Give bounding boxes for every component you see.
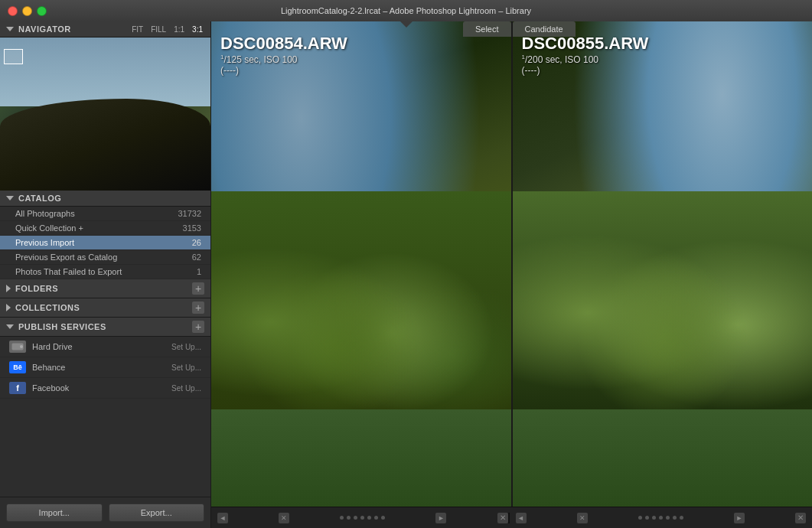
select-photo-panel[interactable]: Select DSC00854.ARW 1/125 sec, ISO 100 (…	[211, 21, 511, 507]
service-item-facebook[interactable]: f Facebook Set Up...	[0, 378, 210, 399]
zoom-fill[interactable]: FILL	[149, 25, 168, 34]
filmstrip-left: ◄ ✕ ► ✕	[217, 513, 508, 523]
bottom-buttons: Import... Export...	[0, 497, 210, 528]
harddrive-setup[interactable]: Set Up...	[171, 343, 201, 351]
candidate-photo-info: DSC00855.ARW 1/200 sec, ISO 100 (----)	[522, 28, 804, 76]
catalog-item-failed-export[interactable]: Photos That Failed to Export 1	[0, 265, 210, 279]
import-button[interactable]: Import...	[6, 504, 103, 522]
nav-sky	[0, 37, 210, 106]
navigator-title: Navigator	[18, 24, 71, 34]
filmstrip-nav-x-left[interactable]: ✕	[279, 513, 289, 523]
folders-header[interactable]: Folders +	[0, 279, 210, 298]
maximize-button[interactable]	[37, 6, 47, 16]
catalog-item-name: Previous Import	[15, 238, 192, 247]
publish-header-left: Publish Services	[6, 322, 106, 331]
catalog-item-count: 3153	[183, 223, 201, 233]
filmstrip-right-nav-right[interactable]: ►	[734, 513, 745, 523]
catalog-title: Catalog	[18, 194, 61, 203]
nav-hill	[0, 99, 210, 191]
filmstrip-right: ◄ ✕ ► ✕	[508, 513, 807, 523]
filmstrip-dot	[666, 516, 670, 520]
filmstrip-right-nav-left[interactable]: ►	[435, 513, 446, 523]
filmstrip-close-right[interactable]: ✕	[795, 513, 806, 523]
zoom-1-1[interactable]: 1:1	[172, 25, 186, 34]
catalog-item-all-photographs[interactable]: All Photographs 31732	[0, 207, 210, 221]
filmstrip-dot	[340, 516, 344, 520]
collections-section: Collections +	[0, 298, 210, 318]
filmstrip-dot	[367, 516, 371, 520]
filmstrip-dot	[354, 516, 357, 520]
select-rating: (----)	[220, 65, 502, 76]
filmstrip-dot	[360, 516, 364, 520]
filmstrip-dot	[374, 516, 378, 520]
select-filename: DSC00854.ARW	[220, 34, 502, 54]
publish-add-button[interactable]: +	[192, 321, 204, 333]
candidate-filename: DSC00855.ARW	[522, 34, 804, 54]
folders-title: Folders	[15, 284, 58, 293]
left-panel: Navigator FIT FILL 1:1 3:1	[0, 21, 211, 528]
filmstrip-nav-x-right[interactable]: ✕	[577, 513, 588, 523]
publish-services-header[interactable]: Publish Services +	[0, 318, 210, 337]
filmstrip-dots-left	[340, 516, 385, 520]
folders-add-button[interactable]: +	[192, 282, 204, 295]
collections-collapse-icon	[6, 304, 11, 311]
catalog-item-count: 26	[192, 238, 201, 247]
catalog-header-left: Catalog	[6, 194, 61, 203]
filmstrip-close-left[interactable]: ✕	[497, 513, 508, 523]
catalog-item-count: 31732	[178, 209, 201, 218]
navigator-image-container[interactable]	[0, 37, 210, 191]
close-button[interactable]	[8, 6, 18, 16]
filmstrip-left-nav[interactable]: ◄	[217, 513, 228, 523]
catalog-item-previous-import[interactable]: Previous Import 26	[0, 236, 210, 250]
comparison-area: Select DSC00854.ARW 1/125 sec, ISO 100 (…	[211, 21, 812, 507]
candidate-photo-panel[interactable]: Candidate DSC00855.ARW 1/200 sec, ISO 10…	[511, 21, 813, 507]
filmstrip-bar: ◄ ✕ ► ✕ ◄ ✕	[211, 507, 812, 528]
candidate-rating: (----)	[522, 65, 804, 76]
select-iso: ISO 100	[264, 54, 298, 65]
select-shutter: 125	[227, 54, 242, 65]
main-layout: Navigator FIT FILL 1:1 3:1	[0, 21, 812, 528]
behance-setup[interactable]: Set Up...	[171, 363, 201, 372]
window-title: LightroomCatalog-2-2.lrcat – Adobe Photo…	[281, 6, 531, 15]
publish-collapse-icon	[6, 324, 14, 329]
catalog-header[interactable]: Catalog	[0, 191, 210, 207]
collections-add-button[interactable]: +	[192, 301, 204, 314]
filmstrip-dot	[638, 516, 642, 520]
filmstrip-left-nav-right[interactable]: ◄	[516, 513, 527, 523]
candidate-photo-bg	[513, 21, 813, 507]
select-green-field	[211, 409, 511, 507]
content-area: Select DSC00854.ARW 1/125 sec, ISO 100 (…	[211, 21, 812, 528]
navigator-header-left: Navigator	[6, 24, 71, 34]
harddrive-icon	[9, 341, 26, 353]
navigator-header[interactable]: Navigator FIT FILL 1:1 3:1	[0, 21, 210, 37]
zoom-fit[interactable]: FIT	[130, 25, 145, 34]
catalog-item-previous-export[interactable]: Previous Export as Catalog 62	[0, 250, 210, 265]
service-item-behance[interactable]: Bē Behance Set Up...	[0, 357, 210, 378]
harddrive-name: Hard Drive	[32, 342, 165, 351]
candidate-iso: ISO 100	[565, 54, 598, 65]
catalog-item-count: 1	[197, 267, 201, 276]
facebook-setup[interactable]: Set Up...	[171, 384, 201, 393]
navigator-section: Navigator FIT FILL 1:1 3:1	[0, 21, 210, 191]
zoom-3-1[interactable]: 3:1	[191, 25, 204, 34]
filmstrip-dot	[645, 516, 649, 520]
catalog-item-quick-collection[interactable]: Quick Collection + 3153	[0, 221, 210, 236]
behance-name: Behance	[32, 363, 165, 372]
candidate-panel-header: DSC00855.ARW 1/200 sec, ISO 100 (----)	[513, 21, 813, 82]
minimize-button[interactable]	[22, 6, 32, 16]
navigator-image	[0, 37, 210, 191]
export-button[interactable]: Export...	[109, 504, 205, 522]
select-photo-bg	[211, 21, 511, 507]
collections-header[interactable]: Collections +	[0, 298, 210, 318]
filmstrip-dot	[680, 516, 683, 520]
titlebar-arrow	[400, 21, 413, 28]
catalog-item-name: Previous Export as Catalog	[15, 253, 192, 262]
window-controls	[8, 6, 47, 16]
catalog-item-name: All Photographs	[15, 209, 178, 218]
filmstrip-dots-right	[638, 516, 683, 520]
facebook-icon: f	[9, 382, 26, 394]
publish-services-section: Publish Services + Hard Drive Set Up... …	[0, 318, 210, 399]
behance-icon: Bē	[9, 361, 26, 373]
select-meta: 1/125 sec, ISO 100	[220, 54, 502, 65]
service-item-harddrive[interactable]: Hard Drive Set Up...	[0, 337, 210, 357]
